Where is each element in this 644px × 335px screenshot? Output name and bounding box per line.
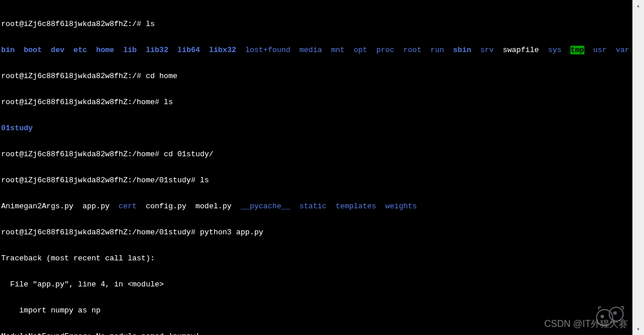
chevron-up-icon: ▴	[636, 2, 640, 10]
ls-entry	[14, 46, 24, 54]
scrollbar-up-button[interactable]: ▴	[632, 0, 644, 12]
ls-entry	[607, 46, 616, 54]
terminal-line: root@iZj6c88f6l8jwkda82w8fhZ:/# ls	[1, 20, 631, 28]
ls-entry	[87, 46, 96, 54]
command-text: ls	[146, 20, 155, 28]
ls-output-root: bin boot dev etc home lib lib32 lib64 li…	[1, 46, 631, 54]
ls-entry: usr	[593, 46, 606, 54]
shell-prompt: root@iZj6c88f6l8jwkda82w8fhZ:/home#	[1, 98, 164, 106]
ls-entry: __pycache__	[241, 202, 291, 211]
ls-entry	[444, 46, 453, 54]
ls-entry: srv	[480, 46, 493, 54]
ls-entry: opt	[354, 46, 367, 54]
ls-entry: bin	[1, 46, 14, 54]
ls-entry	[345, 46, 354, 54]
command-text: ls	[200, 176, 209, 185]
command-text: ls	[164, 98, 173, 106]
shell-prompt: root@iZj6c88f6l8jwkda82w8fhZ:/#	[1, 20, 146, 28]
ls-entry: sbin	[453, 46, 471, 54]
chevron-down-icon: ▾	[636, 325, 640, 334]
ls-entry: home	[96, 46, 114, 54]
ls-entry: etc	[74, 46, 87, 54]
ls-entry	[290, 46, 299, 54]
ls-output-home: 01study	[1, 124, 631, 132]
ls-entry	[42, 46, 51, 54]
ls-entry: libx32	[209, 46, 236, 54]
ls-entry	[422, 46, 431, 54]
terminal-line: root@iZj6c88f6l8jwkda82w8fhZ:/home# ls	[1, 98, 631, 106]
directory-name: 01study	[1, 124, 33, 132]
scrollbar-down-button[interactable]: ▾	[632, 323, 644, 335]
shell-prompt: root@iZj6c88f6l8jwkda82w8fhZ:/home/01stu…	[1, 176, 200, 185]
ls-entry	[494, 46, 503, 54]
ls-entry	[200, 46, 209, 54]
command-text: python3 app.py	[200, 228, 263, 237]
ls-entry	[376, 202, 386, 211]
shell-prompt: root@iZj6c88f6l8jwkda82w8fhZ:/home#	[1, 150, 164, 159]
ls-entry: cert	[119, 202, 137, 211]
ls-entry: dev	[51, 46, 64, 54]
ls-entry	[539, 46, 548, 54]
ls-entry: static	[299, 202, 327, 211]
ls-entry: config.py	[146, 202, 186, 211]
command-text: cd home	[146, 72, 178, 80]
terminal-window[interactable]: root@iZj6c88f6l8jwkda82w8fhZ:/# ls bin b…	[0, 0, 632, 335]
ls-output-study: Animegan2Args.py app.py cert config.py m…	[1, 202, 631, 211]
ls-entry	[394, 46, 404, 54]
ls-entry: swapfile	[503, 46, 539, 54]
ls-entry	[74, 202, 83, 211]
ls-entry: tmp	[570, 46, 584, 54]
ls-entry	[290, 202, 299, 211]
ls-entry: lib32	[146, 46, 169, 54]
ls-entry: run	[430, 46, 444, 54]
shell-prompt: root@iZj6c88f6l8jwkda82w8fhZ:/#	[1, 72, 146, 80]
ls-entry	[137, 202, 146, 211]
ls-entry: lib64	[177, 46, 200, 54]
ls-entry	[64, 46, 74, 54]
ls-entry: root	[404, 46, 422, 54]
ls-entry	[186, 202, 196, 211]
ls-entry: boot	[24, 46, 42, 54]
terminal-line: root@iZj6c88f6l8jwkda82w8fhZ:/home/01stu…	[1, 228, 631, 237]
ls-entry: media	[299, 46, 322, 54]
terminal-line: root@iZj6c88f6l8jwkda82w8fhZ:/home# cd 0…	[1, 150, 631, 159]
ls-entry	[232, 202, 241, 211]
traceback-line: ModuleNotFoundError: No module named 'nu…	[1, 332, 631, 335]
ls-entry	[327, 202, 336, 211]
ls-entry	[322, 46, 331, 54]
scrollbar[interactable]: ▴ ▾	[632, 0, 644, 335]
ls-entry	[471, 46, 481, 54]
ls-entry: var	[616, 46, 629, 54]
ls-entry: templates	[335, 202, 376, 211]
ls-entry: weights	[385, 202, 417, 211]
ls-entry	[109, 202, 119, 211]
shell-prompt: root@iZj6c88f6l8jwkda82w8fhZ:/home/01stu…	[1, 228, 200, 237]
ls-entry: app.py	[82, 202, 109, 211]
ls-entry	[169, 46, 178, 54]
ls-entry	[114, 46, 123, 54]
ls-entry	[562, 46, 571, 54]
terminal-line: root@iZj6c88f6l8jwkda82w8fhZ:/home/01stu…	[1, 176, 631, 185]
ls-entry	[367, 46, 376, 54]
ls-entry: Animegan2Args.py	[1, 202, 74, 211]
traceback-line: Traceback (most recent call last):	[1, 254, 631, 263]
ls-entry	[584, 46, 594, 54]
ls-entry: proc	[376, 46, 394, 54]
command-text: cd 01study/	[164, 150, 214, 159]
ls-entry: mnt	[331, 46, 345, 54]
ls-entry: sys	[548, 46, 561, 54]
terminal-line: root@iZj6c88f6l8jwkda82w8fhZ:/# cd home	[1, 72, 631, 80]
traceback-line: import numpy as np	[1, 306, 631, 315]
ls-entry	[137, 46, 146, 54]
traceback-line: File "app.py", line 4, in <module>	[1, 280, 631, 289]
ls-entry: model.py	[196, 202, 232, 211]
ls-entry: lib	[123, 46, 137, 54]
ls-entry: lost+found	[245, 46, 290, 54]
ls-entry	[236, 46, 246, 54]
